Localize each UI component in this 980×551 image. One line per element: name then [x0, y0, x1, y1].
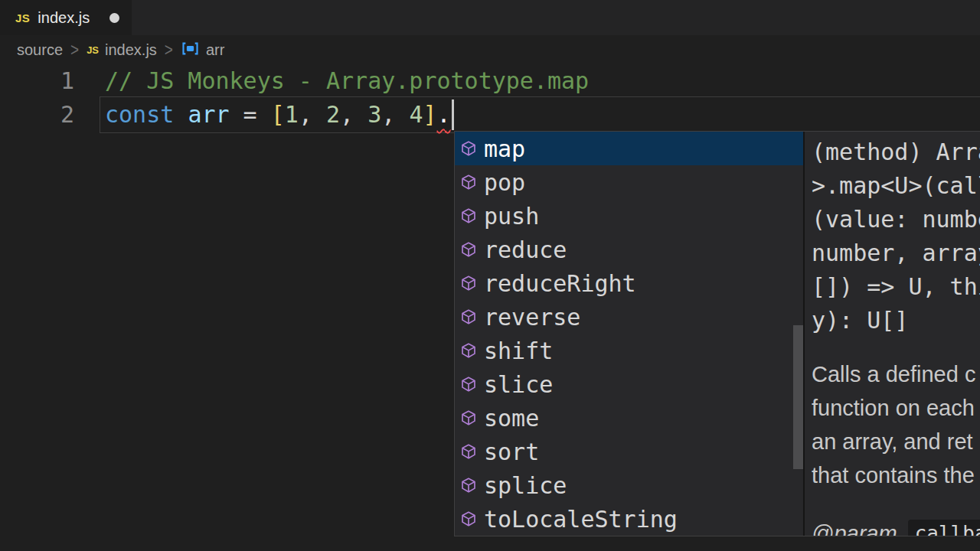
- doc-signature-line: (value: numbe: [812, 203, 980, 236]
- method-cube-icon: [460, 510, 477, 527]
- comment-token: // JS Monkeys - Array.prototype.map: [105, 64, 589, 98]
- suggestion-label: pop: [484, 169, 525, 196]
- suggestion-label: shift: [484, 337, 553, 364]
- method-cube-icon: [460, 207, 477, 224]
- chevron-right-icon: >: [165, 39, 173, 60]
- suggestion-item[interactable]: shift: [455, 334, 803, 367]
- code-token: ,: [381, 101, 409, 128]
- suggestion-item[interactable]: sort: [455, 435, 803, 468]
- code-token: ,: [340, 101, 368, 128]
- text-cursor: [452, 99, 454, 130]
- breadcrumb: source > JS index.js > arr: [0, 35, 980, 64]
- suggestion-label: sort: [484, 439, 539, 465]
- code-line-2[interactable]: 2 const arr = [1, 2, 3, 4].: [0, 98, 980, 132]
- line-number: 2: [44, 98, 74, 132]
- tab-indexjs[interactable]: JS index.js: [0, 0, 132, 35]
- doc-signature-line: []) => U, thi: [812, 270, 980, 304]
- code-line-1[interactable]: 1 // JS Monkeys - Array.prototype.map: [0, 64, 980, 98]
- doc-signature-line: y): U[]: [812, 304, 980, 337]
- doc-signature-line: (method) Array<: [812, 135, 980, 169]
- line-number: 1: [44, 64, 74, 98]
- suggestion-item[interactable]: reverse: [455, 300, 803, 334]
- method-cube-icon: [460, 174, 477, 191]
- breadcrumb-item-symbol-arr[interactable]: arr: [181, 40, 224, 60]
- method-cube-icon: [460, 443, 477, 460]
- method-cube-icon: [460, 241, 477, 258]
- tab-label: index.js: [38, 9, 90, 27]
- suggestion-item[interactable]: pop: [455, 165, 803, 199]
- suggestion-label: slice: [484, 371, 553, 398]
- method-cube-icon: [460, 140, 477, 157]
- doc-description-line: that contains the: [812, 458, 980, 492]
- suggestion-label: some: [484, 405, 539, 432]
- js-file-icon: JS: [87, 44, 99, 56]
- suggestion-item[interactable]: some: [455, 401, 803, 435]
- code-token: ,: [299, 101, 326, 128]
- suggestion-item[interactable]: map: [455, 132, 803, 165]
- suggestion-item[interactable]: reduceRight: [455, 266, 803, 300]
- doc-signature: (method) Array<>.map<U>(call(value: numb…: [812, 135, 980, 337]
- method-cube-icon: [460, 376, 477, 393]
- suggestion-item[interactable]: reduce: [455, 233, 803, 266]
- method-cube-icon: [460, 275, 477, 292]
- suggestion-label: splice: [484, 472, 567, 499]
- method-cube-icon: [460, 342, 477, 359]
- suggestion-item[interactable]: slice: [455, 367, 803, 401]
- doc-description-line: an array, and ret: [812, 425, 980, 458]
- suggest-widget: map pop push reduce reduceRight reverse: [454, 131, 980, 536]
- modified-dot-icon[interactable]: [109, 13, 119, 23]
- doc-description: Calls a defined cfunction on eachan arra…: [812, 357, 980, 492]
- suggestion-label: reduce: [484, 236, 567, 263]
- code-token: 2: [326, 101, 340, 128]
- method-cube-icon: [460, 308, 477, 325]
- chevron-right-icon: >: [70, 39, 79, 60]
- suggestion-label: map: [484, 135, 525, 162]
- suggestion-docs-panel[interactable]: (method) Array<>.map<U>(call(value: numb…: [803, 132, 980, 536]
- code-line-2-tokens: const arr = [1, 2, 3, 4].: [105, 98, 451, 132]
- suggestion-label: reverse: [484, 304, 580, 331]
- code-token: .: [437, 101, 451, 128]
- doc-signature-line: number, array: [812, 236, 980, 270]
- code-token: 4: [409, 101, 423, 128]
- code-token: 1: [285, 101, 299, 128]
- doc-description-line: Calls a defined c: [812, 357, 980, 391]
- method-cube-icon: [460, 409, 477, 426]
- code-token: const: [105, 101, 188, 128]
- suggestion-label: reduceRight: [484, 270, 636, 297]
- suggestion-item[interactable]: splice: [455, 468, 803, 502]
- suggestion-item[interactable]: push: [455, 199, 803, 233]
- breadcrumb-symbol-label: arr: [206, 41, 224, 59]
- breadcrumb-item-file[interactable]: JS index.js: [87, 41, 157, 59]
- method-cube-icon: [460, 477, 477, 494]
- js-file-icon: JS: [15, 11, 30, 24]
- suggestion-label: toLocaleString: [484, 506, 678, 533]
- code-token: [: [271, 101, 285, 128]
- doc-description-line: function on each: [812, 391, 980, 425]
- doc-param-row: @param callbackfn: [812, 520, 980, 536]
- doc-signature-line: >.map<U>(call: [812, 169, 980, 203]
- suggestion-list: map pop push reduce reduceRight reverse: [455, 132, 803, 536]
- param-code-chip: callbackfn: [908, 520, 980, 536]
- suggestion-label: push: [484, 203, 539, 230]
- param-tag-label: @param: [812, 521, 897, 536]
- breadcrumb-file-label: index.js: [105, 41, 157, 59]
- breadcrumb-item-source[interactable]: source: [17, 41, 63, 59]
- scrollbar-thumb[interactable]: [793, 325, 803, 469]
- code-token: ]: [423, 101, 436, 128]
- tab-bar: JS index.js: [0, 0, 980, 35]
- code-token: =: [230, 101, 271, 128]
- code-token: 3: [368, 101, 381, 128]
- variable-symbol-icon: [181, 41, 200, 60]
- suggestion-item[interactable]: toLocaleString: [455, 502, 803, 536]
- code-token: arr: [188, 101, 229, 128]
